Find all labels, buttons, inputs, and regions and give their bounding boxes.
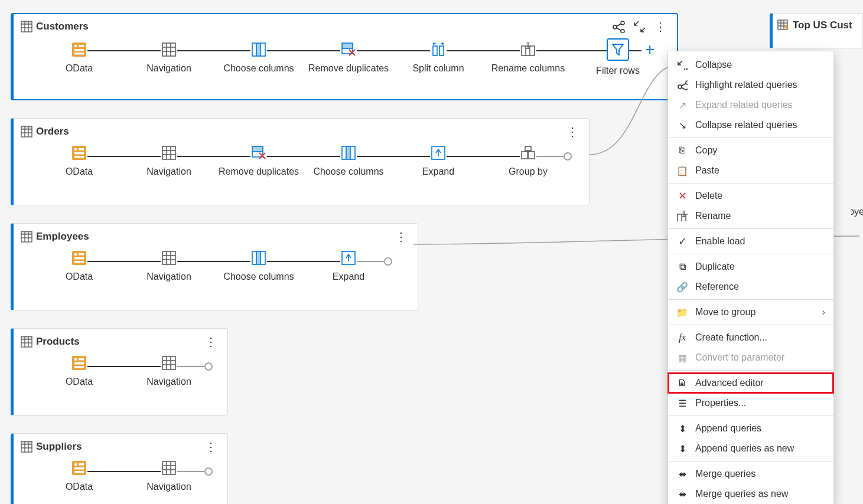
step-choose-cols[interactable]: Choose columns: [304, 142, 393, 177]
query-card-top-us-cust[interactable]: Top US Cust: [770, 13, 863, 48]
paste-icon: 📋: [676, 165, 688, 176]
step-remove-dup[interactable]: Remove duplicates: [304, 39, 393, 74]
menu-collapse[interactable]: Collapse: [668, 55, 833, 75]
step-choose-cols[interactable]: Choose columns: [214, 247, 304, 282]
odata-icon: [71, 41, 87, 58]
table-icon: [161, 355, 177, 371]
menu-move-to-group[interactable]: 📁 Move to group ›: [668, 302, 833, 322]
query-card-employees[interactable]: Employees ⋮ ODataNavigationChoose column…: [11, 223, 418, 310]
step-label: Choose columns: [223, 271, 294, 282]
menu-merge-queries[interactable]: ⬌ Merge queries: [668, 464, 833, 484]
parameter-icon: ▦: [676, 352, 688, 364]
step-label: Remove duplicates: [219, 166, 299, 177]
step-label: Rename columns: [491, 63, 565, 74]
merge-new-icon: ⬌: [676, 488, 688, 500]
highlight-related-icon[interactable]: [612, 20, 625, 33]
menu-create-function[interactable]: fx Create function...: [668, 328, 833, 348]
filter-icon: [607, 39, 628, 60]
query-card-products[interactable]: Products ⋮ ODataNavigation: [11, 328, 228, 415]
step-choose-cols[interactable]: Choose columns: [214, 39, 304, 74]
share-icon: [676, 79, 688, 91]
expand-icon: [340, 250, 357, 266]
step-table[interactable]: Navigation: [124, 39, 214, 74]
context-menu: Collapse Highlight related queries ↗ Exp…: [667, 51, 834, 504]
copy-icon: ⎘: [676, 145, 688, 156]
folder-icon: 📁: [676, 306, 688, 318]
table-icon: [161, 460, 177, 476]
query-card-orders[interactable]: Orders ⋮ ODataNavigationRemove duplicate…: [11, 118, 590, 205]
table-icon: [161, 145, 177, 161]
split-col-icon: [430, 41, 447, 58]
step-label: Expand: [333, 271, 364, 282]
step-group-by[interactable]: Group by: [483, 142, 573, 177]
menu-merge-queries-new[interactable]: ⬌ Merge queries as new: [668, 484, 833, 504]
properties-icon: ☰: [676, 397, 688, 409]
remove-dup-icon: [250, 145, 267, 161]
menu-collapse-related[interactable]: ↘ Collapse related queries: [668, 115, 833, 135]
more-icon[interactable]: ⋮: [205, 440, 217, 454]
more-icon[interactable]: ⋮: [654, 24, 666, 29]
menu-properties[interactable]: ☰ Properties...: [668, 393, 833, 413]
step-label: Navigation: [146, 482, 191, 492]
step-table[interactable]: Navigation: [124, 457, 214, 492]
step-label: Navigation: [146, 377, 191, 387]
collapse-icon[interactable]: [633, 20, 646, 33]
step-label: Navigation: [146, 166, 191, 177]
odata-icon: [71, 460, 87, 476]
step-label: Choose columns: [223, 63, 294, 74]
more-icon[interactable]: ⋮: [205, 335, 217, 349]
query-card-customers[interactable]: Customers ⋮ ODataNavigationChoose column…: [11, 13, 678, 100]
choose-cols-icon: [250, 41, 267, 58]
menu-delete[interactable]: ✕ Delete: [668, 186, 833, 206]
step-expand[interactable]: Expand: [393, 142, 483, 177]
query-title: Orders: [36, 126, 69, 138]
collapse-icon: [676, 59, 688, 71]
step-split-col[interactable]: Split column: [393, 39, 483, 74]
step-rename-cols[interactable]: Rename columns: [483, 39, 573, 74]
table-bolt-icon: [777, 19, 789, 31]
more-icon[interactable]: ⋮: [395, 230, 407, 244]
step-table[interactable]: Navigation: [124, 352, 214, 387]
menu-highlight-related[interactable]: Highlight related queries: [668, 75, 833, 95]
menu-append-queries[interactable]: ⬍ Append queries: [668, 418, 833, 438]
step-remove-dup[interactable]: Remove duplicates: [214, 142, 304, 177]
choose-cols-icon: [340, 145, 357, 161]
step-label: Remove duplicates: [308, 63, 389, 74]
more-icon[interactable]: ⋮: [566, 125, 578, 139]
menu-copy[interactable]: ⎘ Copy: [668, 140, 833, 161]
menu-reference[interactable]: 🔗 Reference: [668, 277, 833, 297]
menu-advanced-editor[interactable]: 🗎 Advanced editor: [668, 373, 833, 393]
step-filter[interactable]: Filter rows: [573, 37, 663, 76]
step-table[interactable]: Navigation: [124, 142, 214, 177]
step-label: OData: [66, 271, 93, 282]
step-label: Choose columns: [313, 166, 383, 177]
expand-arrow-icon: ↗: [676, 99, 688, 111]
menu-enable-load[interactable]: ✓ Enable load: [668, 231, 833, 251]
step-odata[interactable]: OData: [34, 39, 124, 74]
group-by-icon: [520, 145, 536, 161]
query-title: Customers: [36, 21, 89, 32]
remove-dup-icon: [340, 41, 357, 58]
step-odata[interactable]: OData: [34, 142, 124, 177]
menu-rename[interactable]: Rename: [668, 206, 833, 226]
delete-icon: ✕: [676, 190, 688, 202]
step-label: OData: [66, 63, 93, 74]
duplicate-icon: ⧉: [676, 261, 688, 273]
collapse-arrow-icon: ↘: [676, 119, 688, 131]
reference-icon: 🔗: [676, 281, 688, 293]
step-odata[interactable]: OData: [34, 457, 124, 492]
menu-paste[interactable]: 📋 Paste: [668, 161, 833, 181]
query-title: Products: [36, 336, 80, 348]
menu-append-queries-new[interactable]: ⬍ Append queries as new: [668, 438, 833, 459]
step-odata[interactable]: OData: [34, 247, 124, 282]
menu-duplicate[interactable]: ⧉ Duplicate: [668, 257, 833, 277]
step-table[interactable]: Navigation: [124, 247, 214, 282]
step-expand[interactable]: Expand: [304, 247, 393, 282]
table-icon: [21, 441, 32, 453]
menu-convert-to-parameter: ▦ Convert to parameter: [668, 348, 833, 368]
step-label: Filter rows: [596, 66, 640, 76]
step-odata[interactable]: OData: [34, 352, 124, 387]
query-title: Employees: [36, 231, 89, 243]
step-label: OData: [66, 377, 93, 387]
query-card-suppliers[interactable]: Suppliers ⋮ ODataNavigation: [11, 433, 228, 504]
